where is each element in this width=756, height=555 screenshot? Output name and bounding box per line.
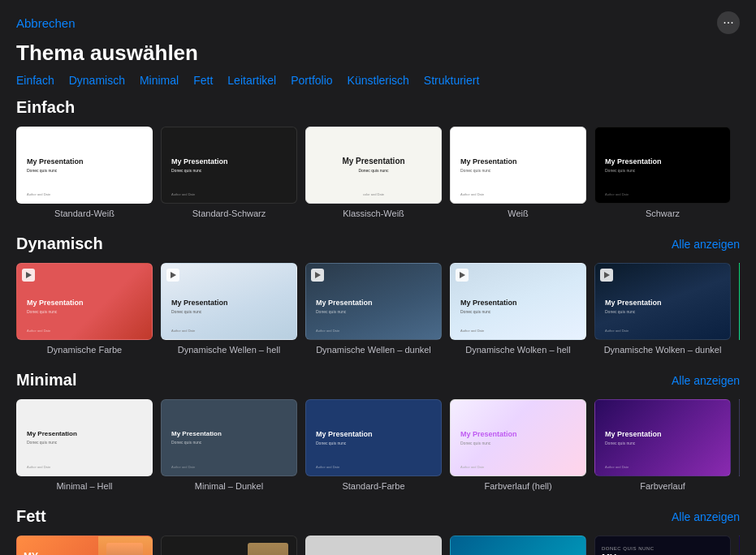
tab-leitartikel[interactable]: Leitartikel [227,74,276,87]
theme-label-minimal-dark: Minimal – Dunkel [195,481,263,491]
theme-thumbnail-dynamic-extra [739,263,740,340]
filter-tabs: Einfach Dynamisch Minimal Fett Leitartik… [0,74,756,98]
theme-thumbnail-gradient: My Presentation Donec quis nunc Author a… [594,399,731,476]
theme-bold-ocean[interactable]: Donec quis nunc Ozean [450,536,586,555]
theme-label-dynamic-clouds-dark: Dynamische Wolken – dunkel [604,345,722,355]
theme-thumbnail-bold-extra [739,536,740,555]
theme-gradient[interactable]: My Presentation Donec quis nunc Author a… [594,399,731,491]
show-all-fett-button[interactable]: Alle anzeigen [672,510,740,523]
theme-classic-white[interactable]: My Presentation Donec quis nunc color an… [305,127,442,218]
theme-thumbnail-white: My Presentation Donec quis nunc Author a… [450,127,586,204]
theme-label-dynamic-waves-light: Dynamische Wellen – hell [178,345,280,355]
ellipsis-icon: ··· [723,15,733,30]
theme-dynamic-waves-dark[interactable]: My Presentation Donec quis nunc Author a… [305,263,442,355]
theme-minimal-extra[interactable] [739,399,740,491]
theme-label-minimal-light: Minimal – Hell [56,481,112,491]
theme-minimal-dark[interactable]: My Presentation Donec quis nunc Author a… [161,399,297,491]
theme-label-standard-black: Standard-Schwarz [192,209,266,218]
theme-thumbnail-bold-colorful: MYPRESENTATION [16,536,153,555]
theme-label-dynamic-color: Dynamische Farbe [47,345,122,355]
section-fett: Fett Alle anzeigen MYPRESENTATION Bunt [0,507,756,555]
section-minimal: Minimal Alle anzeigen My Presentation Do… [0,371,756,507]
themes-row-fett: MYPRESENTATION Bunte Person MYPRESENTATI… [16,536,740,555]
theme-thumbnail-dynamic-waves-light: My Presentation Donec quis nunc Author a… [161,263,297,340]
theme-bold-dark[interactable]: DONEC QUIS NUNC MYPRESENTATION Dunkel [594,536,731,555]
theme-label-black: Schwarz [646,209,680,218]
theme-thumbnail-gradient-light: My Presentation Donec quis nunc Author a… [450,399,586,476]
tab-strukturiert[interactable]: Strukturiert [424,74,479,87]
theme-white[interactable]: My Presentation Donec quis nunc Author a… [450,127,586,218]
theme-thumbnail-minimal-dark: My Presentation Donec quis nunc Author a… [161,399,297,476]
theme-thumbnail-minimal-light: My Presentation Donec quis nunc Author a… [16,399,153,476]
theme-thumbnail-dynamic-waves-dark: My Presentation Donec quis nunc Author a… [305,263,442,340]
theme-thumbnail-minimal-extra [739,399,740,476]
theme-label-standard-white: Standard-Weiß [54,209,114,218]
theme-dynamic-waves-light[interactable]: My Presentation Donec quis nunc Author a… [161,263,297,355]
section-header-dynamisch: Dynamisch Alle anzeigen [16,234,740,253]
theme-black[interactable]: My Presentation Donec quis nunc Author a… [594,127,731,218]
theme-thumbnail-standard-black: My Presentation Donec quis nunc Author a… [161,127,297,204]
theme-standard-black[interactable]: My Presentation Donec quis nunc Author a… [161,127,297,218]
theme-minimal-light[interactable]: My Presentation Donec quis nunc Author a… [16,399,153,491]
theme-thumbnail-bold-minimal: MYPRESENTATION [305,536,442,555]
theme-bold-extra[interactable] [739,536,740,555]
section-einfach: Einfach My Presentation Donec quis nunc … [0,98,756,234]
theme-thumbnail-bold-photo: MYPRESENTATION [161,536,297,555]
theme-dynamic-clouds-light[interactable]: My Presentation Donec quis nunc Author a… [450,263,586,355]
theme-label-dynamic-clouds-light: Dynamische Wolken – hell [465,345,570,355]
theme-thumbnail-bold-dark: DONEC QUIS NUNC MYPRESENTATION [594,536,731,555]
theme-gradient-light[interactable]: My Presentation Donec quis nunc Author a… [450,399,586,491]
theme-standard-color[interactable]: My Presentation Donec quis nunc Author a… [305,399,442,491]
theme-bold-photo[interactable]: MYPRESENTATION Frau mit Sonnenbrille [161,536,297,555]
theme-label-white: Weiß [508,209,528,218]
section-title-einfach: Einfach [16,98,75,117]
section-header-fett: Fett Alle anzeigen [16,507,740,526]
theme-label-gradient-light: Farbverlauf (hell) [484,481,551,491]
cancel-button[interactable]: Abbrechen [16,16,76,30]
theme-thumbnail-standard-white: My Presentation Donec quis nunc Author a… [16,127,153,204]
section-title-minimal: Minimal [16,371,76,389]
themes-row-einfach: My Presentation Donec quis nunc Author a… [16,127,740,218]
theme-label-classic-white: Klassisch-Weiß [343,209,404,218]
section-header-minimal: Minimal Alle anzeigen [16,371,740,389]
tab-minimal[interactable]: Minimal [140,74,179,87]
themes-row-minimal: My Presentation Donec quis nunc Author a… [16,399,740,491]
theme-thumbnail-bold-ocean: Donec quis nunc [450,536,586,555]
tab-kunstlerisch[interactable]: Künstlerisch [348,74,409,87]
theme-thumbnail-classic-white: My Presentation Donec quis nunc color an… [305,127,442,204]
tab-fett[interactable]: Fett [193,74,213,87]
theme-standard-white[interactable]: My Presentation Donec quis nunc Author a… [16,127,153,218]
header: Abbrechen ··· [0,0,756,41]
theme-thumbnail-dynamic-clouds-light: My Presentation Donec quis nunc Author a… [450,263,586,340]
more-options-button[interactable]: ··· [717,11,740,34]
section-header-einfach: Einfach [16,98,740,117]
tab-portfolio[interactable]: Portfolio [291,74,332,87]
theme-thumbnail-dynamic-clouds-dark: My Presentation Donec quis nunc Author a… [594,263,731,340]
page-title: Thema auswählen [0,41,756,74]
theme-bold-minimal[interactable]: MYPRESENTATION Minimal Weiß [305,536,442,555]
theme-thumbnail-dynamic-color: My Presentation Donec quis nunc Author a… [16,263,153,340]
theme-label-dynamic-waves-dark: Dynamische Wellen – dunkel [316,345,431,355]
show-all-minimal-button[interactable]: Alle anzeigen [672,374,740,387]
theme-thumbnail-standard-color: My Presentation Donec quis nunc Author a… [305,399,442,476]
tab-dynamisch[interactable]: Dynamisch [69,74,125,87]
tab-einfach[interactable]: Einfach [16,74,54,87]
section-dynamisch: Dynamisch Alle anzeigen My Presentation … [0,234,756,371]
section-title-dynamisch: Dynamisch [16,234,103,253]
theme-thumbnail-black: My Presentation Donec quis nunc Author a… [594,127,731,204]
theme-label-standard-color: Standard-Farbe [342,481,404,491]
show-all-dynamisch-button[interactable]: Alle anzeigen [672,238,740,251]
theme-label-gradient: Farbverlauf [640,481,685,491]
section-title-fett: Fett [16,507,46,526]
themes-row-dynamisch: My Presentation Donec quis nunc Author a… [16,263,740,355]
theme-dynamic-extra[interactable] [739,263,740,355]
theme-dynamic-color[interactable]: My Presentation Donec quis nunc Author a… [16,263,153,355]
theme-dynamic-clouds-dark[interactable]: My Presentation Donec quis nunc Author a… [594,263,731,355]
theme-bold-colorful[interactable]: MYPRESENTATION Bunte Person [16,536,153,555]
